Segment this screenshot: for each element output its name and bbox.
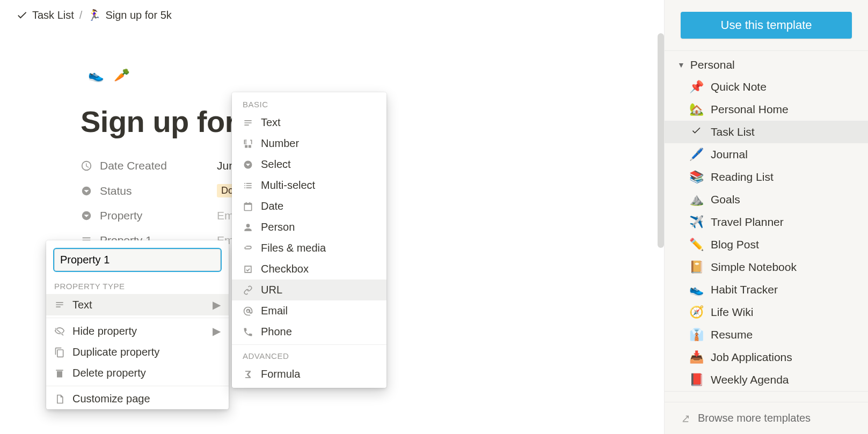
text-icon [54, 299, 65, 310]
type-option-label: Number [261, 137, 299, 150]
sidebar-item-label: Goals [711, 193, 740, 206]
sidebar-item-habit-tracker[interactable]: 👟Habit Tracker [665, 278, 868, 301]
advanced-section-label: ADVANCED [232, 347, 386, 364]
select-icon [243, 159, 253, 170]
template-icon: 📌 [689, 80, 703, 94]
type-option-label: Person [261, 221, 295, 233]
duplicate-icon [54, 347, 65, 358]
arrow-out-icon [681, 414, 690, 423]
sidebar-item-quick-note[interactable]: 📌Quick Note [665, 76, 868, 98]
type-option-label: Phone [261, 326, 292, 338]
text-icon [243, 117, 253, 128]
sidebar-item-label: Life Wiki [711, 306, 753, 319]
sidebar-item-travel-planner[interactable]: ✈️Travel Planner [665, 211, 868, 233]
type-option-formula[interactable]: Formula [232, 364, 386, 385]
divider [232, 344, 386, 345]
type-option-label: Checkbox [261, 263, 309, 275]
template-icon: 📕 [689, 373, 703, 387]
type-option-person[interactable]: Person [232, 217, 386, 238]
template-icon: 📔 [689, 260, 703, 274]
breadcrumb-separator: / [79, 9, 83, 21]
sidebar-item-label: Personal Home [711, 103, 789, 116]
template-icon: ✈️ [689, 215, 703, 229]
sidebar-item-goals[interactable]: ⛰️Goals [665, 188, 868, 211]
delete-property-action[interactable]: Delete property [46, 363, 229, 384]
template-icon: ⛰️ [689, 193, 703, 207]
sidebar-item-reading-list[interactable]: 📚Reading List [665, 166, 868, 188]
template-icon: 🧭 [689, 305, 703, 319]
action-label: Customize page [72, 393, 150, 405]
breadcrumb-page-label: Sign up for 5k [105, 9, 171, 21]
property-type-label: Text [72, 299, 92, 311]
customize-page-action[interactable]: Customize page [46, 388, 229, 409]
type-option-date[interactable]: Date [232, 196, 386, 217]
sidebar-section-personal[interactable]: ▼ Personal [665, 51, 868, 76]
duplicate-property-action[interactable]: Duplicate property [46, 342, 229, 363]
sidebar-item-simple-notebook[interactable]: 📔Simple Notebook [665, 256, 868, 278]
type-option-number[interactable]: Number [232, 133, 386, 154]
divider [665, 391, 868, 392]
basic-section-label: BASIC [232, 95, 386, 112]
type-option-checkbox[interactable]: Checkbox [232, 259, 386, 279]
type-option-select[interactable]: Select [232, 154, 386, 175]
page-icon [54, 394, 65, 404]
clock-icon [81, 160, 92, 172]
template-icon: 🏡 [689, 102, 703, 116]
eye-off-icon [54, 326, 65, 336]
browse-more-templates[interactable]: Browse more templates [665, 402, 868, 434]
type-option-multi-select[interactable]: Multi-select [232, 175, 386, 196]
sidebar-item-personal-home[interactable]: 🏡Personal Home [665, 98, 868, 121]
template-icon: 🖊️ [689, 148, 703, 161]
sidebar-item-life-wiki[interactable]: 🧭Life Wiki [665, 301, 868, 323]
property-label: Property [100, 209, 142, 222]
type-option-label: Multi-select [261, 179, 315, 192]
divider [46, 386, 229, 386]
type-option-label: Formula [261, 368, 300, 380]
chevron-right-icon: ▶ [213, 325, 221, 337]
type-option-label: Files & media [261, 242, 326, 254]
action-label: Delete property [72, 367, 146, 379]
type-option-text[interactable]: Text [232, 112, 386, 133]
multi-select-icon [243, 180, 253, 191]
template-icon: 👟 [689, 283, 703, 297]
use-template-button[interactable]: Use this template [681, 12, 852, 39]
sidebar-item-label: Habit Tracker [711, 283, 778, 296]
sidebar-item-job-applications[interactable]: 📥Job Applications [665, 346, 868, 369]
type-option-email[interactable]: Email [232, 300, 386, 321]
sidebar-item-weekly-agenda[interactable]: 📕Weekly Agenda [665, 369, 868, 391]
sidebar-item-label: Job Applications [711, 351, 792, 364]
type-option-label: Text [261, 116, 281, 129]
person-icon [243, 222, 253, 233]
sidebar-item-journal[interactable]: 🖊️Journal [665, 143, 868, 166]
sidebar-item-label: Blog Post [711, 238, 759, 251]
type-option-phone[interactable]: Phone [232, 321, 386, 342]
hide-property-action[interactable]: Hide property ▶ [46, 320, 229, 342]
sidebar-section-label: Personal [690, 58, 735, 71]
sidebar-item-task-list[interactable]: Task List [665, 121, 868, 143]
type-option-url[interactable]: URL [232, 279, 386, 300]
scrollbar[interactable] [658, 33, 664, 248]
sidebar-item-label: Travel Planner [711, 216, 784, 229]
property-type-menu: BASIC TextNumberSelectMulti-selectDatePe… [232, 92, 386, 388]
property-type-selector[interactable]: Text ▶ [46, 294, 229, 315]
carrot-icon: 🥕 [114, 68, 130, 83]
type-option-label: URL [261, 284, 282, 296]
url-icon [243, 285, 253, 296]
property-type-section-label: PROPERTY TYPE [46, 277, 229, 294]
page-icons: 👟 🥕 [88, 68, 664, 83]
check-icon [16, 9, 28, 21]
property-edit-popup: PROPERTY TYPE Text ▶ Hide property ▶ Dup… [46, 240, 229, 409]
sidebar-item-blog-post[interactable]: ✏️Blog Post [665, 233, 868, 256]
sidebar-item-label: Simple Notebook [711, 261, 797, 274]
type-option-files-media[interactable]: Files & media [232, 238, 386, 259]
phone-icon [243, 327, 253, 337]
breadcrumb-page[interactable]: 🏃‍♀️ Sign up for 5k [87, 9, 171, 21]
property-name-input[interactable] [54, 249, 221, 271]
breadcrumb-parent[interactable]: Task List [16, 9, 74, 21]
action-label: Duplicate property [72, 346, 159, 358]
sidebar-template-list: 📌Quick Note🏡Personal HomeTask List🖊️Jour… [665, 76, 868, 391]
sidebar-item-label: Quick Note [711, 80, 767, 93]
sidebar-item-label: Resume [711, 328, 753, 341]
sidebar-item-resume[interactable]: 👔Resume [665, 323, 868, 346]
action-label: Hide property [72, 325, 137, 337]
